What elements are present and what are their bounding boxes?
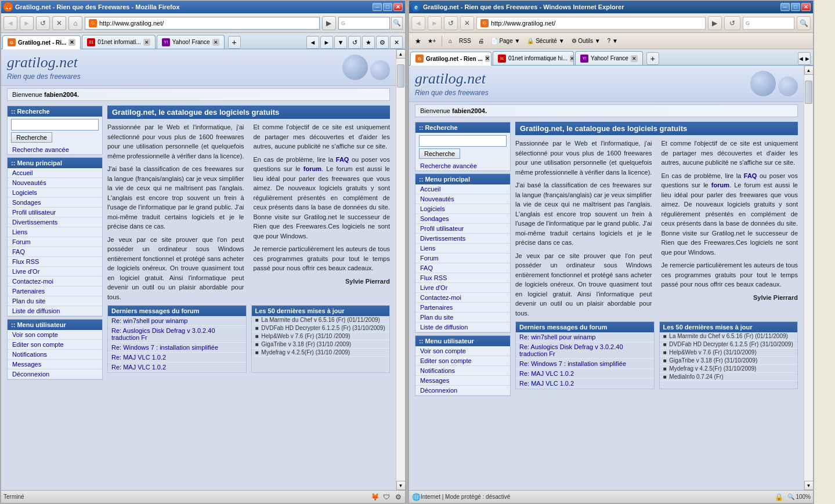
search-field[interactable] — [11, 119, 99, 130]
forward-button[interactable]: ► — [20, 16, 34, 30]
ie-menu-profil[interactable]: Profil utilisateur — [415, 224, 510, 234]
ie-menu-contact[interactable]: Contactez-moi — [415, 293, 510, 303]
ie-menu-logiciels[interactable]: Logiciels — [415, 204, 510, 214]
ie-back-button[interactable]: ◄ — [411, 16, 425, 30]
stop-button[interactable]: ✕ — [52, 16, 66, 30]
ie-tab-close-gratilog[interactable]: ✕ — [485, 55, 490, 62]
ie-tab-01net[interactable]: 01 01net informatique hi... ✕ — [493, 51, 574, 65]
ie-menu-flux-rss[interactable]: Flux RSS — [415, 273, 510, 283]
ie-tab-yahoo[interactable]: Y! Yahoo! France ✕ — [575, 51, 643, 65]
ie-user-menu-deconnexion[interactable]: Déconnexion — [415, 386, 510, 396]
ie-minimize-button[interactable]: ─ — [780, 3, 790, 11]
ie-tab-gratilog[interactable]: G Gratilog.net - Rien ... ✕ — [410, 52, 491, 66]
menu-livre-dor[interactable]: Livre d'Or — [8, 267, 102, 277]
ie-home-btn[interactable]: ⌂ — [446, 35, 455, 48]
refresh-tab-btn[interactable]: ↺ — [348, 36, 361, 49]
tab-gratilog[interactable]: G Gratilog.net - Ri... ✕ — [2, 35, 81, 49]
user-menu-messages[interactable]: Messages — [8, 360, 102, 369]
ie-advanced-search-link[interactable]: Recherche avancée — [415, 161, 510, 171]
address-bar[interactable]: G http://www.gratilog.net/ — [85, 17, 320, 30]
close-button[interactable]: ✕ — [393, 3, 403, 11]
tab-close-yahoo[interactable]: ✕ — [212, 39, 219, 46]
menu-forum[interactable]: Forum — [8, 237, 102, 247]
menu-liens[interactable]: Liens — [8, 227, 102, 237]
refresh-button[interactable]: ↺ — [36, 16, 50, 30]
ie-menu-plan[interactable]: Plan du site — [415, 313, 510, 322]
scrollbar-track[interactable] — [396, 59, 405, 481]
ie-scrollbar[interactable]: ▲ ▼ — [804, 66, 813, 490]
ie-rss-btn[interactable]: RSS — [456, 35, 474, 48]
ie-favorites-btn[interactable]: ★ — [411, 35, 424, 48]
menu-profil[interactable]: Profil utilisateur — [8, 208, 102, 217]
ie-go-button[interactable]: ▶ — [708, 16, 722, 30]
ie-safety-btn[interactable]: 🔒 Sécurité ▼ — [524, 35, 567, 48]
ie-menu-faq[interactable]: FAQ — [415, 263, 510, 273]
ie-tab-close-yahoo[interactable]: ✕ — [631, 55, 638, 62]
user-menu-notifications[interactable]: Notifications — [8, 350, 102, 360]
ie-address-bar[interactable]: G http://www.gratilog.net/ — [476, 17, 706, 30]
ie-print-btn[interactable]: 🖨 — [475, 35, 487, 48]
ie-new-tab-button[interactable]: + — [646, 52, 659, 65]
ie-scrollbar-thumb[interactable] — [805, 81, 812, 104]
menu-divertissements[interactable]: Divertissements — [8, 217, 102, 227]
ie-menu-partenaires[interactable]: Partenaires — [415, 303, 510, 313]
ie-menu-forum[interactable]: Forum — [415, 253, 510, 263]
tab-list-btn[interactable]: ▼ — [334, 36, 347, 49]
home-button[interactable]: ⌂ — [68, 16, 82, 30]
user-menu-deconnexion[interactable]: Déconnexion — [8, 369, 102, 379]
maximize-button[interactable]: □ — [383, 3, 392, 11]
scrollbar-thumb[interactable] — [397, 64, 404, 88]
ie-user-menu-notifications[interactable]: Notifications — [415, 366, 510, 376]
menu-contact[interactable]: Contactez-moi — [8, 277, 102, 287]
back-button[interactable]: ◄ — [3, 16, 17, 30]
ie-menu-accueil[interactable]: Accueil — [415, 184, 510, 194]
ie-menu-livre-dor[interactable]: Livre d'Or — [415, 283, 510, 293]
forum-link[interactable]: forum — [303, 165, 321, 172]
ie-menu-liens[interactable]: Liens — [415, 244, 510, 253]
go-button[interactable]: ▶ — [322, 16, 336, 30]
faq-link[interactable]: FAQ — [336, 156, 349, 163]
firefox-scrollbar[interactable]: ▲ ▼ — [396, 49, 405, 490]
ie-scroll-down-button[interactable]: ▼ — [804, 481, 814, 490]
ie-tab-close-01net[interactable]: ✕ — [570, 55, 574, 62]
menu-flux-rss[interactable]: Flux RSS — [8, 257, 102, 267]
user-menu-compte[interactable]: Voir son compte — [8, 330, 102, 340]
user-menu-edit[interactable]: Editer son compte — [8, 340, 102, 350]
ie-forward-button[interactable]: ► — [428, 16, 442, 30]
search-button[interactable]: 🔍 — [391, 17, 403, 30]
menu-faq[interactable]: FAQ — [8, 247, 102, 257]
ie-user-menu-compte[interactable]: Voir son compte — [415, 346, 510, 356]
ie-menu-sondages[interactable]: Sondages — [415, 214, 510, 224]
tab-close-01net[interactable]: ✕ — [143, 39, 150, 46]
ie-search-input[interactable] — [751, 20, 791, 27]
ie-menu-nouveautes[interactable]: Nouveautés — [415, 194, 510, 204]
ie-menu-divertissements[interactable]: Divertissements — [415, 234, 510, 244]
ie-stop-button[interactable]: ✕ — [460, 16, 474, 30]
ie-refresh-btn2[interactable]: ↺ — [724, 16, 740, 30]
advanced-search-link[interactable]: Recherche avancée — [8, 145, 102, 154]
ie-user-menu-messages[interactable]: Messages — [415, 376, 510, 386]
ie-forum-link[interactable]: forum — [711, 182, 729, 188]
ie-faq-link[interactable]: FAQ — [744, 172, 757, 179]
ie-user-menu-edit[interactable]: Editer son compte — [415, 356, 510, 366]
menu-partenaires[interactable]: Partenaires — [8, 287, 102, 296]
ie-page-btn[interactable]: 📄 Page ▼ — [488, 35, 523, 48]
tab-01net[interactable]: 01 01net informati... ✕ — [82, 35, 155, 49]
ie-refresh-button[interactable]: ↺ — [444, 16, 458, 30]
tools-btn[interactable]: ⚙ — [376, 36, 389, 49]
ie-close-button[interactable]: ✕ — [801, 3, 811, 11]
tab-close-gratilog[interactable]: ✕ — [68, 39, 75, 46]
bookmark-btn[interactable]: ★ — [362, 36, 375, 49]
scroll-down-button[interactable]: ▼ — [396, 481, 406, 490]
menu-logiciels[interactable]: Logiciels — [8, 188, 102, 198]
ie-search-submit-button[interactable]: Recherche — [419, 148, 460, 159]
search-input[interactable] — [346, 20, 387, 27]
ie-tab-scroll-btn[interactable]: ◄► — [798, 52, 811, 65]
new-tab-button[interactable]: + — [228, 36, 241, 49]
menu-sondages[interactable]: Sondages — [8, 198, 102, 208]
ie-scrollbar-track[interactable] — [804, 75, 813, 481]
tab-scroll-left[interactable]: ◄ — [306, 36, 319, 49]
ie-tools-btn[interactable]: ⚙ Outils ▼ — [569, 35, 603, 48]
menu-accueil[interactable]: Accueil — [8, 168, 102, 178]
tab-scroll-right[interactable]: ► — [320, 36, 333, 49]
